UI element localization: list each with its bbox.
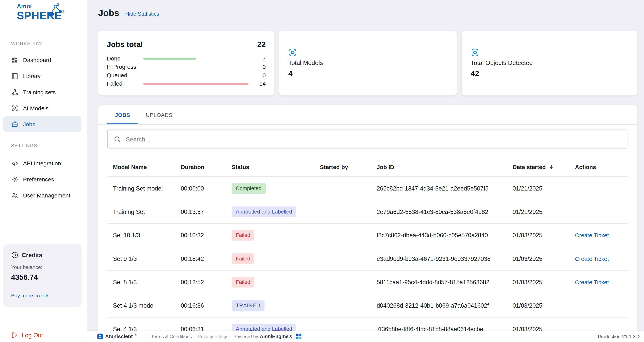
cell-duration: 00:16:36 <box>181 302 232 309</box>
balance-label: Your balance: <box>11 265 74 270</box>
cell-date-started: 01/03/2025 <box>512 232 575 239</box>
jobs-table-card: JOBS UPLOADS Model Name Duration Status … <box>98 105 638 336</box>
col-started-by: Started by <box>320 164 376 170</box>
table-row: Set 4 1/3 model 00:16:36 TRAINED d040268… <box>107 294 628 317</box>
sidebar-item-label: API Integration <box>23 160 61 166</box>
app-root: Amni SPHERE® WORKFLOW Dashboard Libra <box>0 0 644 342</box>
cell-model-name: Set 8 1/3 <box>113 279 180 285</box>
version-text: Production V1.1.212 <box>598 334 641 339</box>
cell-actions: Create Ticket <box>575 232 628 239</box>
status-badge: Completed <box>232 183 266 194</box>
cell-duration: 00:10:32 <box>181 232 232 239</box>
sidebar-item-label: User Management <box>23 192 70 199</box>
failed-progress-bar <box>143 83 248 85</box>
table-header-row: Model Name Duration Status Started by Jo… <box>107 157 628 177</box>
col-status: Status <box>232 164 320 170</box>
settings-nav: API Integration Preferences User Managem… <box>3 155 81 203</box>
amniscient-brand-text: Amniscient <box>105 333 133 340</box>
tab-uploads[interactable]: UPLOADS <box>138 105 180 124</box>
stat-row-in-progress: In Progress 0 <box>107 63 266 71</box>
jobs-total-value: 22 <box>257 40 266 49</box>
cell-model-name: Set 9 1/3 <box>113 255 180 262</box>
total-models-value: 4 <box>288 69 448 78</box>
amniengine-grid-icon <box>296 334 302 339</box>
sidebar-item-preferences[interactable]: Preferences <box>3 171 81 187</box>
sidebar-item-dashboard[interactable]: Dashboard <box>3 52 81 68</box>
sidebar-item-jobs[interactable]: Jobs <box>3 116 81 132</box>
sidebar-item-label: AI Models <box>23 105 48 111</box>
credits-header: Credits <box>11 251 74 259</box>
table-row: Set 10 1/3 00:10:32 Failed f8c7c862-dbea… <box>107 224 628 247</box>
balance-value: 4356.74 <box>11 273 74 282</box>
cell-model-name: Training Set <box>113 209 180 215</box>
jobs-total-header: Jobs total 22 <box>107 40 266 49</box>
cell-model-name: Set 4 1/3 model <box>113 302 180 309</box>
table-row: Training Set 00:13:57 Annotated and Labe… <box>107 200 628 224</box>
hide-statistics-link[interactable]: Hide Statistics <box>125 11 159 17</box>
training-sets-icon <box>11 88 18 96</box>
sidebar-item-library[interactable]: Library <box>3 68 81 84</box>
stat-row-done: Done 7 <box>107 54 266 63</box>
sidebar: Amni SPHERE® WORKFLOW Dashboard Libra <box>0 0 87 342</box>
cell-actions: Create Ticket <box>575 255 628 262</box>
tab-jobs[interactable]: JOBS <box>107 105 138 124</box>
sidebar-item-training-sets[interactable]: Training sets <box>3 84 81 100</box>
total-objects-value: 42 <box>471 69 628 78</box>
footer: Amniscient ® Terms & Conditions Privacy … <box>87 331 644 342</box>
col-date-started[interactable]: Date started <box>512 164 575 170</box>
credits-card: Credits Your balance: 4356.74 Buy more c… <box>3 244 82 307</box>
cell-date-started: 01/21/2025 <box>512 209 575 215</box>
privacy-link[interactable]: Privacy Policy <box>198 334 227 339</box>
create-ticket-link[interactable]: Create Ticket <box>575 232 609 239</box>
cell-date-started: 01/21/2025 <box>512 185 575 192</box>
objects-detected-icon <box>471 48 480 57</box>
status-badge: Failed <box>232 277 254 287</box>
credits-title: Credits <box>22 252 42 258</box>
logout-button[interactable]: Log Out <box>11 331 43 338</box>
gear-icon <box>11 176 18 183</box>
search-icon <box>114 135 121 143</box>
create-ticket-link[interactable]: Create Ticket <box>575 255 609 262</box>
cell-duration: 00:00:00 <box>181 185 232 192</box>
total-objects-card: Total Objects Detected 42 <box>462 31 638 95</box>
cell-duration: 00:13:57 <box>181 209 232 215</box>
status-badge: Failed <box>232 230 254 241</box>
tab-bar: JOBS UPLOADS <box>98 105 638 125</box>
cell-date-started: 01/03/2025 <box>512 279 575 285</box>
cell-job-id: 265c82bd-1347-4d34-8e21-a2eed5e507f5 <box>376 185 512 192</box>
workflow-nav: Dashboard Library Training sets AI Model… <box>3 52 81 132</box>
stat-row-queued: Queued 0 <box>107 71 266 79</box>
status-badge: TRAINED <box>232 300 264 311</box>
stat-row-failed: Failed 14 <box>107 79 266 88</box>
amniengine-brand-text: AmniEngine® <box>260 333 292 339</box>
amniscient-logo: Amniscient ® <box>98 333 137 340</box>
done-progress-bar <box>143 57 248 60</box>
terms-link[interactable]: Terms & Conditions <box>151 334 192 339</box>
cell-job-id: 5811caa1-95c4-4ddd-8d57-815a12563682 <box>376 279 512 285</box>
sidebar-item-user-management[interactable]: User Management <box>3 187 81 203</box>
total-objects-label: Total Objects Detected <box>471 59 628 66</box>
logout-icon <box>11 331 18 338</box>
col-actions: Actions <box>575 164 628 170</box>
col-model-name: Model Name <box>113 164 180 170</box>
buy-more-credits-link[interactable]: Buy more credits <box>11 293 74 299</box>
jobs-total-title: Jobs total <box>107 40 142 49</box>
cell-duration: 00:18:42 <box>181 255 232 262</box>
table-row: Set 8 1/3 00:13:52 Failed 5811caa1-95c4-… <box>107 271 628 294</box>
sidebar-item-ai-models[interactable]: AI Models <box>3 100 81 116</box>
section-label-settings: SETTINGS <box>11 143 37 148</box>
cell-date-started: 01/03/2025 <box>512 255 575 262</box>
search-input[interactable] <box>126 135 622 142</box>
jobs-icon <box>11 120 18 128</box>
total-models-card: Total Models 4 <box>279 31 457 95</box>
col-duration: Duration <box>181 164 232 170</box>
status-badge: Failed <box>232 253 254 264</box>
total-models-label: Total Models <box>288 59 448 66</box>
jobs-table: Model Name Duration Status Started by Jo… <box>107 157 628 336</box>
ai-models-icon <box>11 104 18 112</box>
sort-descending-icon[interactable] <box>549 164 554 170</box>
ai-model-icon <box>288 48 297 57</box>
create-ticket-link[interactable]: Create Ticket <box>575 279 609 285</box>
status-badge: Annotated and Labelled <box>232 206 296 217</box>
sidebar-item-api-integration[interactable]: API Integration <box>3 155 81 171</box>
